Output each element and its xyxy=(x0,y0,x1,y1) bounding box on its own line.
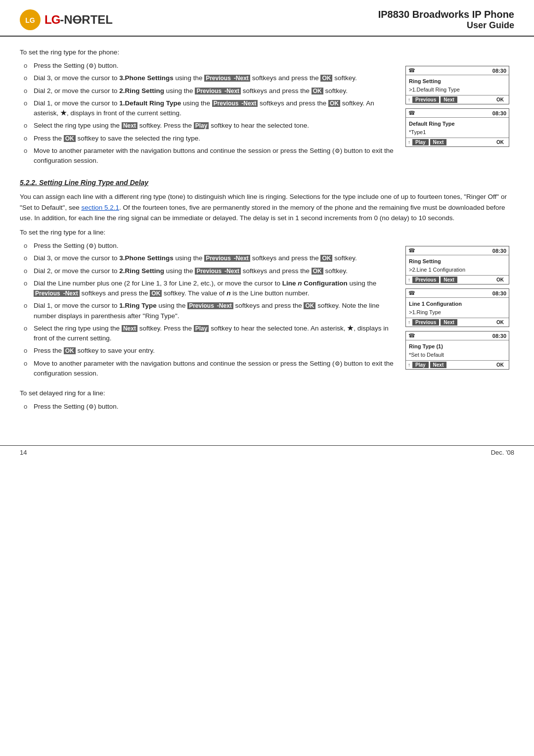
list-item: Dial 3, or move the cursor to 3.Phone Se… xyxy=(20,253,396,263)
phone-line: >1.Default Ring Type xyxy=(409,86,506,94)
phone-arrow-icon: ↑ xyxy=(408,362,410,368)
softkey-previous: Previous xyxy=(412,319,439,326)
softkey-play: Play xyxy=(412,139,429,145)
softkey-ok: OK xyxy=(493,319,507,326)
phone-icon: ☎ xyxy=(408,67,415,74)
phone-top-bar-4: ☎ 08:30 xyxy=(406,289,509,298)
top-phone-displays: ☎ 08:30 Ring Setting >1.Default Ring Typ… xyxy=(405,66,514,147)
phone-line: Line 1 Configuration xyxy=(409,300,506,308)
list-item: Dial 2, or move the cursor to 2.Ring Set… xyxy=(20,266,396,276)
header-title: IP8830 Broadworks IP Phone User Guide xyxy=(378,9,514,31)
set-ring-line-intro: To set the ring type for a line: xyxy=(20,229,514,236)
phone-line: Ring Setting xyxy=(409,257,506,266)
phone-softkeys-2: ↑ Play Next OK xyxy=(406,138,509,146)
phone-top-bar-5: ☎ 08:30 xyxy=(406,331,509,340)
phone-body-1: Ring Setting >1.Default Ring Type xyxy=(406,75,509,95)
bottom-left-col: Press the Setting (⚙) button. Dial 3, or… xyxy=(20,241,396,382)
svg-text:LG: LG xyxy=(25,16,35,24)
top-section: Press the Setting (⚙) button. Dial 3, or… xyxy=(20,61,514,170)
softkey-next: Next xyxy=(441,96,457,103)
logo-nortel-text: ORTEL xyxy=(73,13,113,27)
phone-icon: ☎ xyxy=(408,290,415,296)
page-footer: 14 Dec. '08 xyxy=(0,445,534,459)
list-item: Dial 1, or move the cursor to 1.Default … xyxy=(20,98,396,119)
page-header: LG LG -N ORTEL IP8830 Broadworks IP Phon… xyxy=(0,0,534,37)
softkey-ok: OK xyxy=(493,277,507,283)
phone-softkeys-5: ↑ Play Next OK xyxy=(406,360,509,369)
phone-display-1: ☎ 08:30 Ring Setting >1.Default Ring Typ… xyxy=(405,66,509,104)
list-item: Dial 1, or move the cursor to 1.Ring Typ… xyxy=(20,301,396,321)
title-sub: User Guide xyxy=(378,20,514,31)
section-paragraph: You can assign each line with a differen… xyxy=(20,191,514,224)
phone-arrow-icon: ↑ xyxy=(408,277,410,283)
phone-arrow-icon: ↑ xyxy=(408,97,410,102)
list-item: Dial the Line number plus one (2 for Lin… xyxy=(20,279,396,299)
section-link[interactable]: section 5.2.1 xyxy=(81,204,119,211)
softkey-next: Next xyxy=(441,277,457,283)
footer-page-number: 14 xyxy=(20,449,27,456)
logo-circle-icon: LG xyxy=(20,9,41,30)
phone-top-bar-1: ☎ 08:30 xyxy=(406,66,509,75)
phone-icon: ☎ xyxy=(408,332,415,339)
softkey-ok: OK xyxy=(493,139,507,145)
list-item: Select the ring type using the Next soft… xyxy=(20,121,396,131)
phone-softkeys-1: ↑ Previous Next OK xyxy=(406,95,509,104)
footer-date: Dec. '08 xyxy=(491,449,514,456)
bottom-phone-displays: ☎ 08:30 Ring Setting >2.Line 1 Configura… xyxy=(405,246,514,370)
top-left-col: Press the Setting (⚙) button. Dial 3, or… xyxy=(20,61,396,170)
phone-time: 08:30 xyxy=(492,68,506,74)
list-item: Move to another parameter with the navig… xyxy=(20,359,396,379)
delayed-ring-intro: To set delayed ring for a line: xyxy=(20,389,514,397)
main-content: To set the ring type for the phone: Pres… xyxy=(0,37,534,430)
logo-dash: -N xyxy=(60,13,72,27)
bottom-bullet-list: Press the Setting (⚙) button. Dial 3, or… xyxy=(20,241,396,378)
phone-display-3: ☎ 08:30 Ring Setting >2.Line 1 Configura… xyxy=(405,246,509,284)
phone-line: *Set to Default xyxy=(409,351,506,359)
list-item: Press the Setting (⚙) button. xyxy=(20,402,514,412)
phone-icon: ☎ xyxy=(408,247,415,254)
list-item: Select the ring type using the Next soft… xyxy=(20,324,396,344)
phone-top-bar-3: ☎ 08:30 xyxy=(406,246,509,255)
list-item: Press the Setting (⚙) button. xyxy=(20,61,396,71)
softkey-previous: Previous xyxy=(412,277,439,283)
softkey-ok: OK xyxy=(493,362,507,368)
softkey-play: Play xyxy=(412,362,429,368)
phone-line: Default Ring Type xyxy=(409,120,506,128)
list-item: Press the Setting (⚙) button. xyxy=(20,241,396,251)
phone-time: 08:30 xyxy=(492,290,506,296)
phone-body-2: Default Ring Type *Type1 xyxy=(406,118,509,138)
logo-area: LG LG -N ORTEL xyxy=(20,9,113,30)
phone-line: Ring Type (1) xyxy=(409,342,506,351)
title-main: IP8830 Broadworks IP Phone xyxy=(378,9,514,20)
phone-softkeys-3: ↑ Previous Next OK xyxy=(406,275,509,284)
section-heading: 5.2.2. Setting Line Ring Type and Delay xyxy=(20,179,514,187)
section-number: 5.2.2. xyxy=(20,179,37,187)
list-item: Press the OK softkey to save your entry. xyxy=(20,346,396,356)
phone-body-5: Ring Type (1) *Set to Default xyxy=(406,340,509,360)
softkey-next: Next xyxy=(430,139,447,145)
phone-time: 08:30 xyxy=(492,110,506,116)
logo-lg-text: LG xyxy=(44,13,60,27)
top-bullet-list: Press the Setting (⚙) button. Dial 3, or… xyxy=(20,61,396,166)
phone-line: *Type1 xyxy=(409,128,506,137)
delayed-bullet-list: Press the Setting (⚙) button. xyxy=(20,402,514,412)
phone-arrow-icon: ↑ xyxy=(408,320,410,325)
softkey-next: Next xyxy=(441,319,457,326)
list-item: Press the OK softkey to save the selecte… xyxy=(20,134,396,143)
phone-line: Ring Setting xyxy=(409,77,506,86)
softkey-next: Next xyxy=(430,362,447,368)
phone-softkeys-4: ↑ Previous Next OK xyxy=(406,318,509,327)
softkey-previous: Previous xyxy=(412,96,439,103)
list-item: Move to another parameter with the navig… xyxy=(20,146,396,166)
phone-top-bar-2: ☎ 08:30 xyxy=(406,109,509,118)
bottom-section: Press the Setting (⚙) button. Dial 3, or… xyxy=(20,241,514,382)
phone-body-3: Ring Setting >2.Line 1 Configuration xyxy=(406,255,509,275)
section-title: Setting Line Ring Type and Delay xyxy=(39,179,148,187)
phone-display-2: ☎ 08:30 Default Ring Type *Type1 ↑ Play … xyxy=(405,108,509,147)
list-item: Dial 2, or move the cursor to 2.Ring Set… xyxy=(20,86,396,96)
softkey-ok: OK xyxy=(493,96,507,103)
phone-icon: ☎ xyxy=(408,110,415,116)
phone-time: 08:30 xyxy=(492,248,506,254)
phone-line: >1.Ring Type xyxy=(409,308,506,317)
phone-time: 08:30 xyxy=(492,333,506,339)
